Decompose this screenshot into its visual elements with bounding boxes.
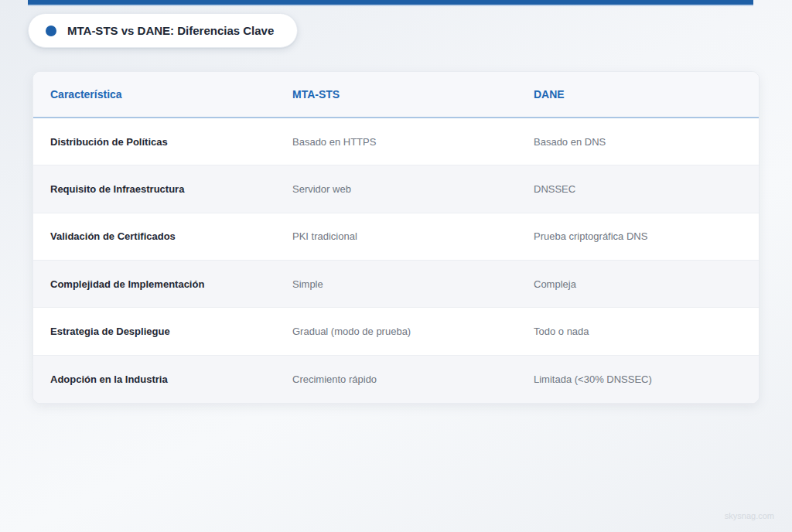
- table-header-row: Característica MTA-STS DANE: [33, 72, 759, 118]
- row-mta-sts-value: PKI tradicional: [292, 230, 534, 242]
- column-header-caracteristica: Característica: [33, 88, 292, 101]
- table-row: Complejidad de Implementación Simple Com…: [33, 261, 759, 308]
- row-feature-label: Validación de Certificados: [33, 230, 292, 242]
- row-dane-value: Basado en DNS: [534, 136, 759, 148]
- row-feature-label: Adopción en la Industria: [33, 373, 292, 385]
- table-row: Requisito de Infraestructura Servidor we…: [33, 165, 759, 213]
- row-dane-value: Compleja: [534, 278, 759, 290]
- row-mta-sts-value: Basado en HTTPS: [292, 136, 534, 148]
- comparison-table: Característica MTA-STS DANE Distribución…: [32, 71, 760, 404]
- row-dane-value: Limitada (<30% DNSSEC): [534, 373, 759, 385]
- table-row: Adopción en la Industria Crecimiento ráp…: [33, 356, 759, 403]
- column-header-dane: DANE: [534, 88, 759, 101]
- row-feature-label: Requisito de Infraestructura: [33, 183, 292, 195]
- page-title: MTA-STS vs DANE: Diferencias Clave: [67, 24, 274, 37]
- row-feature-label: Complejidad de Implementación: [33, 278, 292, 290]
- row-feature-label: Estrategia de Despliegue: [33, 326, 292, 337]
- table-row: Estrategia de Despliegue Gradual (modo d…: [33, 308, 759, 355]
- watermark: skysnag.com: [725, 511, 774, 520]
- row-dane-value: DNSSEC: [534, 183, 759, 195]
- bullet-dot-icon: [46, 26, 56, 36]
- row-mta-sts-value: Simple: [292, 278, 534, 290]
- row-mta-sts-value: Gradual (modo de prueba): [292, 326, 534, 337]
- row-dane-value: Prueba criptográfica DNS: [534, 230, 759, 242]
- table-row: Validación de Certificados PKI tradicion…: [33, 213, 759, 261]
- row-dane-value: Todo o nada: [534, 326, 759, 337]
- table-row: Distribución de Políticas Basado en HTTP…: [33, 118, 759, 165]
- top-accent-bar: [28, 0, 753, 5]
- title-badge: MTA-STS vs DANE: Diferencias Clave: [28, 13, 298, 48]
- row-mta-sts-value: Servidor web: [292, 183, 534, 195]
- row-feature-label: Distribución de Políticas: [33, 136, 292, 148]
- row-mta-sts-value: Crecimiento rápido: [292, 373, 534, 385]
- column-header-mta-sts: MTA-STS: [292, 88, 534, 101]
